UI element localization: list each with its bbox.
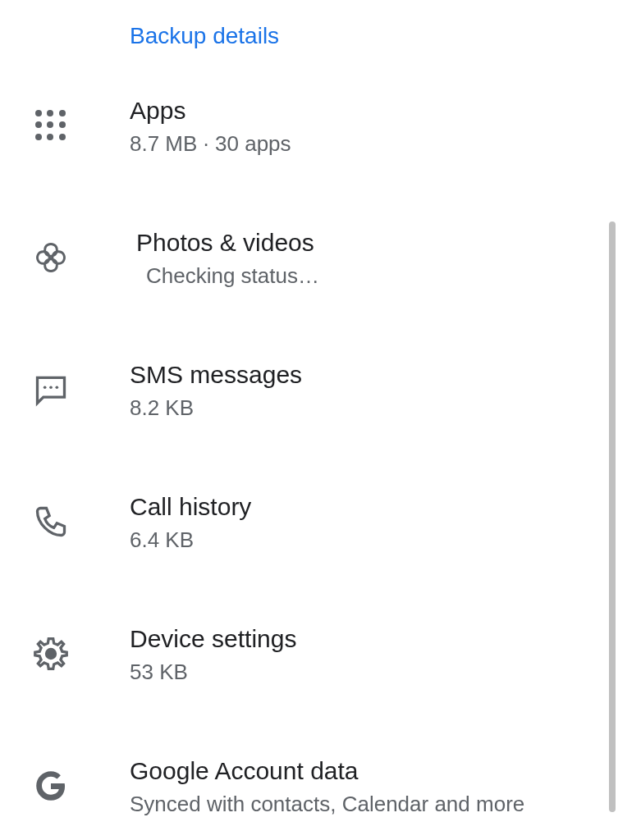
item-call-history[interactable]: Call history 6.4 KB [0,491,618,553]
item-subtitle: 53 KB [130,660,296,685]
item-sms[interactable]: SMS messages 8.2 KB [0,358,618,421]
item-apps[interactable]: Apps 8.7 MB · 30 apps [0,94,618,157]
item-title: Apps [130,94,291,126]
scrollbar[interactable] [609,221,616,812]
svg-point-3 [47,650,56,659]
svg-point-2 [56,386,59,389]
photos-icon [31,238,71,277]
backup-items-list: Apps 8.7 MB · 30 apps Photos & videos Ch… [0,49,618,817]
apps-icon [31,106,71,145]
item-photos-videos[interactable]: Photos & videos Checking status… [0,226,618,289]
sms-icon [31,370,71,409]
item-title: Device settings [130,623,296,655]
item-title: Photos & videos [136,226,319,258]
svg-point-0 [43,386,47,389]
google-icon [31,766,71,806]
svg-point-1 [49,386,53,389]
phone-icon [31,502,71,541]
item-title: Google Account data [130,755,524,787]
item-subtitle: Checking status… [136,263,319,289]
section-header: Backup details [0,0,618,49]
item-subtitle: 6.4 KB [130,527,251,553]
item-subtitle: 8.7 MB · 30 apps [130,131,291,157]
item-google-account[interactable]: Google Account data Synced with contacts… [0,755,618,817]
item-title: Call history [130,491,251,523]
item-device-settings[interactable]: Device settings 53 KB [0,623,618,685]
gear-icon [31,634,71,673]
item-subtitle: Synced with contacts, Calendar and more [130,792,524,817]
item-subtitle: 8.2 KB [130,395,302,421]
item-title: SMS messages [130,358,302,390]
